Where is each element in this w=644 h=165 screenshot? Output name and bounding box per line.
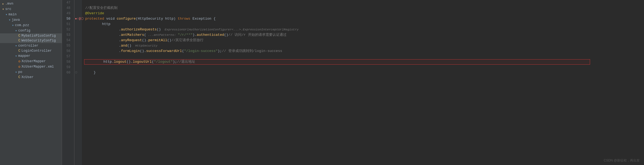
code-dot: . [119, 43, 121, 48]
code-line-51: http [85, 22, 644, 27]
method-logout: logout [114, 59, 126, 65]
java-file-icon: C [18, 49, 20, 53]
sidebar-item-config[interactable]: ▾ config [0, 28, 62, 33]
sidebar-item-label: com.pzz [15, 23, 29, 27]
folder-icon: ▾ [5, 12, 8, 17]
gutter-marker-48 [74, 5, 82, 11]
code-editor: 47 48 49 50 51 52 53 54 55 56 57 58 59 6… [62, 0, 644, 165]
folder-icon: ▾ [2, 7, 4, 11]
method-successforwardurl: successForwardUrl [146, 48, 182, 54]
comment-permitall: //其它请求全部放行 [171, 38, 204, 43]
code-line-50: protected void configure ( HttpSecurity … [85, 16, 644, 22]
code-line-49: @Override [85, 11, 644, 16]
string-logout: "/logout" [154, 59, 173, 65]
code-semicolon: ); [173, 59, 177, 65]
comment-r-auth: // 访问/r 开始的请求需要认证通过 [228, 32, 287, 38]
java-file-icon: C [18, 75, 20, 79]
line-number: 47 [62, 0, 72, 5]
code-parens2: () [224, 32, 228, 38]
gutter-marker-52 [74, 27, 82, 32]
sidebar-item-mapper[interactable]: ▾ mapper [0, 53, 62, 59]
line-number: 54 [62, 38, 72, 43]
sidebar-item-logincontroller[interactable]: C LoginController [0, 48, 62, 53]
code-line-59-empty [85, 65, 644, 70]
folder-icon: ▾ [15, 54, 17, 58]
code-indent [85, 38, 119, 43]
sidebar-item-label: controller [18, 44, 39, 48]
class-httpsecurity: HttpSecurity [138, 16, 163, 22]
sidebar-item-compzz[interactable]: ▾ com.pzz [0, 23, 62, 28]
code-http-var: http. [103, 59, 114, 65]
sidebar-item-controller[interactable]: ▾ controller [0, 43, 62, 48]
code-indent [85, 48, 119, 54]
sidebar-item-xcuser[interactable]: C XcUser [0, 75, 62, 80]
sidebar-item-label: XcUserMapper [22, 59, 46, 63]
folder-icon: ▸ [2, 2, 4, 6]
java-file-icon: C [18, 34, 20, 38]
sidebar-item-src[interactable]: ▾ src [0, 6, 62, 12]
line-number: 60 [62, 70, 72, 75]
sidebar-item-label: mapper [18, 54, 30, 58]
code-line-48: //配置安全拦截机制 [85, 5, 644, 11]
code-indent [85, 27, 119, 32]
code-line-60: } [85, 70, 644, 75]
code-parens: () [127, 43, 132, 48]
sidebar-item-xcusermapper-xml[interactable]: ⚙ XcUserMapper.xml [0, 64, 62, 69]
gutter-marker-53 [74, 32, 82, 38]
mapper-file-icon: ⚙ [18, 59, 20, 64]
gutter-marker-55 [74, 43, 82, 48]
line-number: 52 [62, 27, 72, 32]
code-parens: (). [126, 59, 133, 65]
code-param-name: http) [163, 16, 178, 22]
line-number: 56 [62, 48, 72, 54]
sidebar-item-po[interactable]: ▾ po [0, 69, 62, 75]
sidebar-item-label: MybatisPlusConfig [22, 34, 56, 38]
line-number: 53 [62, 32, 72, 38]
folder-icon: ▾ [15, 44, 17, 48]
gutter: ●↑@⬡ ⬡ [74, 0, 82, 165]
code-parens: (). [142, 38, 148, 43]
sidebar-item-label: main [9, 13, 17, 16]
code-line-54: . anyRequest (). permitAll () //其它请求全部放行 [85, 38, 644, 43]
sidebar-item-mvn[interactable]: ▸ .mvn [0, 1, 62, 6]
line-number: 49 [62, 11, 72, 16]
line-number: 50 [62, 16, 72, 22]
sidebar-item-mybatisplusconfig[interactable]: C MybatisPlusConfig [0, 33, 62, 38]
gutter-marker-54 [74, 38, 82, 43]
type-hint-authorizereqs: ExpressionUrlAuthorizationConfigurer<...… [161, 27, 299, 32]
method-and: and [121, 43, 127, 48]
code-params: ( [136, 16, 138, 22]
code-dot: . [119, 38, 121, 43]
gutter-marker-49 [74, 11, 82, 16]
gutter-marker-47 [74, 0, 82, 5]
sidebar-item-java[interactable]: ▾ java [0, 17, 62, 23]
sidebar-item-websecurityconfig[interactable]: C WebSecurityConfig [0, 38, 62, 43]
sidebar-item-main[interactable]: ▾ main [0, 12, 62, 17]
sidebar-item-label: po [18, 70, 22, 74]
code-line-58-highlighted: http. logout (). logoutUrl ( "/logout" )… [84, 59, 590, 65]
line-number: 57 [62, 54, 72, 59]
comment-logout: //退出地址 [177, 59, 195, 65]
java-file-icon: C [18, 39, 20, 43]
keyword-throws: throws [178, 16, 190, 22]
sidebar-item-xcusermapper[interactable]: ⚙ XcUserMapper [0, 59, 62, 64]
code-line-56: . formLogin (). successForwardUrl ( "/lo… [85, 48, 644, 54]
code-indent [85, 32, 119, 38]
code-http: http [85, 22, 111, 27]
method-permitall: permitAll [148, 38, 167, 43]
xml-file-icon: ⚙ [18, 65, 20, 69]
sidebar-item-label: config [18, 29, 30, 33]
code-paren: ( [144, 32, 146, 38]
keyword-protected: protected [85, 16, 104, 22]
gutter-marker-58 [74, 59, 82, 65]
code-line-52: . authorizeRequests () ExpressionUrlAuth… [85, 27, 644, 32]
sidebar-item-label: XcUser [22, 75, 34, 79]
sidebar-item-label: XcUserMapper.xml [22, 65, 54, 69]
code-close-brace: } [85, 70, 96, 75]
sidebar-item-label: java [12, 18, 20, 22]
code-line-57-empty [85, 54, 644, 59]
line-number: 51 [62, 22, 72, 27]
code-dot: . [119, 48, 121, 54]
code-indent [87, 59, 103, 65]
method-authenticated: authenticated [197, 32, 224, 38]
